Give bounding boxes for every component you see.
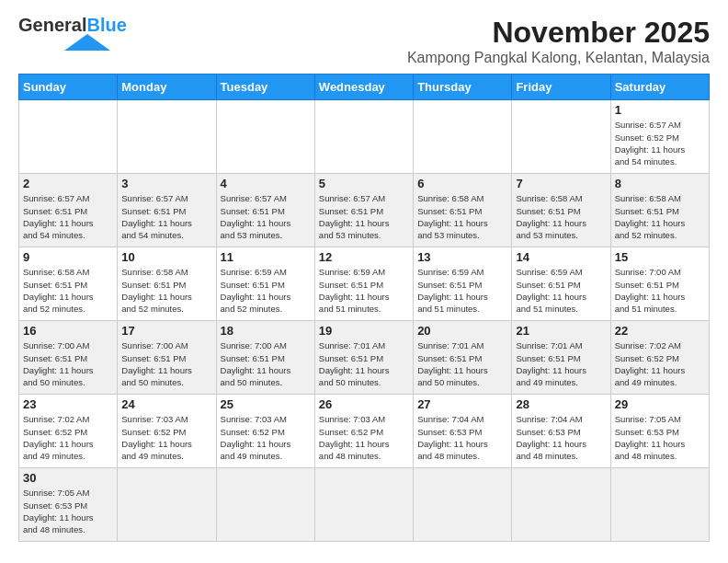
calendar-cell: 13Sunrise: 6:59 AM Sunset: 6:51 PM Dayli… — [414, 247, 512, 321]
day-number: 6 — [417, 177, 507, 190]
day-number: 2 — [23, 177, 113, 190]
day-info: Sunrise: 6:59 AM Sunset: 6:51 PM Dayligh… — [319, 266, 409, 315]
calendar-cell: 23Sunrise: 7:02 AM Sunset: 6:52 PM Dayli… — [19, 395, 118, 468]
calendar-cell: 25Sunrise: 7:03 AM Sunset: 6:52 PM Dayli… — [216, 395, 314, 468]
day-number: 16 — [23, 324, 113, 338]
calendar-cell — [216, 468, 314, 542]
calendar-cell: 24Sunrise: 7:03 AM Sunset: 6:52 PM Dayli… — [118, 395, 216, 468]
calendar-cell: 6Sunrise: 6:58 AM Sunset: 6:51 PM Daylig… — [414, 174, 512, 247]
day-number: 28 — [516, 397, 606, 411]
calendar-cell — [314, 468, 413, 542]
calendar-cell: 22Sunrise: 7:02 AM Sunset: 6:52 PM Dayli… — [610, 321, 709, 395]
day-info: Sunrise: 7:01 AM Sunset: 6:51 PM Dayligh… — [516, 339, 606, 388]
calendar-cell: 19Sunrise: 7:01 AM Sunset: 6:51 PM Dayli… — [314, 321, 413, 395]
col-header-tuesday: Tuesday — [216, 75, 314, 100]
day-number: 17 — [121, 324, 211, 338]
svg-marker-0 — [64, 34, 110, 51]
logo: General Blue — [18, 15, 127, 51]
day-info: Sunrise: 7:03 AM Sunset: 6:52 PM Dayligh… — [121, 413, 211, 462]
title-block: November 2025 Kampong Pangkal Kalong, Ke… — [407, 15, 710, 66]
col-header-friday: Friday — [512, 75, 610, 100]
day-info: Sunrise: 7:01 AM Sunset: 6:51 PM Dayligh… — [417, 339, 507, 388]
day-number: 1 — [615, 103, 705, 117]
day-info: Sunrise: 6:57 AM Sunset: 6:51 PM Dayligh… — [121, 192, 211, 241]
calendar-cell: 18Sunrise: 7:00 AM Sunset: 6:51 PM Dayli… — [216, 321, 314, 395]
calendar-cell — [19, 100, 118, 174]
day-number: 23 — [23, 397, 113, 411]
day-info: Sunrise: 7:02 AM Sunset: 6:52 PM Dayligh… — [23, 413, 113, 462]
logo-icon — [64, 34, 110, 51]
calendar-table: SundayMondayTuesdayWednesdayThursdayFrid… — [18, 74, 710, 542]
col-header-sunday: Sunday — [19, 75, 118, 100]
page-subtitle: Kampong Pangkal Kalong, Kelantan, Malays… — [407, 50, 710, 66]
day-number: 13 — [417, 250, 507, 264]
day-info: Sunrise: 7:04 AM Sunset: 6:53 PM Dayligh… — [417, 413, 507, 462]
day-info: Sunrise: 7:02 AM Sunset: 6:52 PM Dayligh… — [615, 339, 705, 388]
day-info: Sunrise: 7:00 AM Sunset: 6:51 PM Dayligh… — [221, 339, 311, 388]
calendar-cell — [118, 468, 216, 542]
calendar-header-row: SundayMondayTuesdayWednesdayThursdayFrid… — [19, 75, 710, 100]
calendar-cell: 30Sunrise: 7:05 AM Sunset: 6:53 PM Dayli… — [19, 468, 118, 542]
calendar-cell — [414, 100, 512, 174]
calendar-cell: 9Sunrise: 6:58 AM Sunset: 6:51 PM Daylig… — [19, 247, 118, 321]
day-number: 8 — [615, 177, 705, 190]
calendar-cell: 3Sunrise: 6:57 AM Sunset: 6:51 PM Daylig… — [118, 174, 216, 247]
calendar-cell — [118, 100, 216, 174]
logo-blue-text: Blue — [86, 15, 126, 36]
calendar-cell: 20Sunrise: 7:01 AM Sunset: 6:51 PM Dayli… — [414, 321, 512, 395]
day-number: 15 — [615, 250, 705, 264]
calendar-cell: 7Sunrise: 6:58 AM Sunset: 6:51 PM Daylig… — [512, 174, 610, 247]
day-info: Sunrise: 6:57 AM Sunset: 6:51 PM Dayligh… — [319, 192, 409, 241]
day-number: 29 — [615, 397, 705, 411]
day-info: Sunrise: 7:00 AM Sunset: 6:51 PM Dayligh… — [121, 339, 211, 388]
calendar-cell: 4Sunrise: 6:57 AM Sunset: 6:51 PM Daylig… — [216, 174, 314, 247]
calendar-cell: 2Sunrise: 6:57 AM Sunset: 6:51 PM Daylig… — [19, 174, 118, 247]
calendar-cell: 8Sunrise: 6:58 AM Sunset: 6:51 PM Daylig… — [610, 174, 709, 247]
day-number: 11 — [221, 250, 311, 264]
calendar-cell: 27Sunrise: 7:04 AM Sunset: 6:53 PM Dayli… — [414, 395, 512, 468]
day-info: Sunrise: 6:58 AM Sunset: 6:51 PM Dayligh… — [121, 266, 211, 315]
day-info: Sunrise: 6:59 AM Sunset: 6:51 PM Dayligh… — [221, 266, 311, 315]
calendar-cell: 17Sunrise: 7:00 AM Sunset: 6:51 PM Dayli… — [118, 321, 216, 395]
day-number: 18 — [221, 324, 311, 338]
calendar-week-row: 2Sunrise: 6:57 AM Sunset: 6:51 PM Daylig… — [19, 174, 710, 247]
day-number: 14 — [516, 250, 606, 264]
calendar-cell: 14Sunrise: 6:59 AM Sunset: 6:51 PM Dayli… — [512, 247, 610, 321]
day-number: 20 — [417, 324, 507, 338]
calendar-week-row: 16Sunrise: 7:00 AM Sunset: 6:51 PM Dayli… — [19, 321, 710, 395]
calendar-cell: 5Sunrise: 6:57 AM Sunset: 6:51 PM Daylig… — [314, 174, 413, 247]
day-number: 7 — [516, 177, 606, 190]
calendar-cell — [512, 100, 610, 174]
day-number: 4 — [221, 177, 311, 190]
day-info: Sunrise: 6:57 AM Sunset: 6:51 PM Dayligh… — [23, 192, 113, 241]
day-info: Sunrise: 6:57 AM Sunset: 6:52 PM Dayligh… — [615, 119, 705, 167]
day-number: 19 — [319, 324, 409, 338]
day-number: 27 — [417, 397, 507, 411]
day-info: Sunrise: 6:58 AM Sunset: 6:51 PM Dayligh… — [516, 192, 606, 241]
calendar-week-row: 9Sunrise: 6:58 AM Sunset: 6:51 PM Daylig… — [19, 247, 710, 321]
day-info: Sunrise: 7:03 AM Sunset: 6:52 PM Dayligh… — [319, 413, 409, 462]
day-number: 25 — [221, 397, 311, 411]
page-title: November 2025 — [407, 15, 710, 50]
logo-general-text: General — [18, 15, 86, 36]
day-info: Sunrise: 6:58 AM Sunset: 6:51 PM Dayligh… — [23, 266, 113, 315]
day-number: 12 — [319, 250, 409, 264]
calendar-cell — [216, 100, 314, 174]
day-info: Sunrise: 6:58 AM Sunset: 6:51 PM Dayligh… — [615, 192, 705, 241]
calendar-cell: 10Sunrise: 6:58 AM Sunset: 6:51 PM Dayli… — [118, 247, 216, 321]
day-number: 9 — [23, 250, 113, 264]
day-number: 21 — [516, 324, 606, 338]
calendar-cell: 1Sunrise: 6:57 AM Sunset: 6:52 PM Daylig… — [610, 100, 709, 174]
calendar-cell: 28Sunrise: 7:04 AM Sunset: 6:53 PM Dayli… — [512, 395, 610, 468]
day-number: 22 — [615, 324, 705, 338]
day-info: Sunrise: 6:58 AM Sunset: 6:51 PM Dayligh… — [417, 192, 507, 241]
day-info: Sunrise: 7:01 AM Sunset: 6:51 PM Dayligh… — [319, 339, 409, 388]
calendar-cell — [314, 100, 413, 174]
calendar-cell — [414, 468, 512, 542]
day-info: Sunrise: 7:04 AM Sunset: 6:53 PM Dayligh… — [516, 413, 606, 462]
calendar-cell — [512, 468, 610, 542]
day-info: Sunrise: 6:57 AM Sunset: 6:51 PM Dayligh… — [221, 192, 311, 241]
day-number: 3 — [121, 177, 211, 190]
day-number: 5 — [319, 177, 409, 190]
day-info: Sunrise: 7:05 AM Sunset: 6:53 PM Dayligh… — [23, 487, 113, 535]
